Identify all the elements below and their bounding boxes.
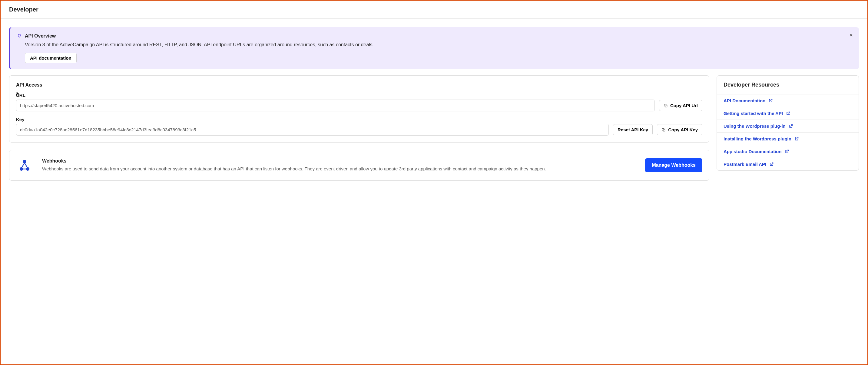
developer-resources-panel: Developer Resources API Documentation Ge… (717, 75, 859, 171)
api-url-input[interactable] (16, 100, 655, 111)
external-link-icon (769, 162, 774, 166)
manage-webhooks-button[interactable]: Manage Webhooks (645, 158, 702, 172)
resource-link-app-studio[interactable]: App studio Documentation (717, 145, 859, 158)
webhook-icon (16, 157, 33, 174)
api-documentation-button[interactable]: API documentation (25, 53, 76, 63)
resource-link-label: Installing the Wordpress plugin (723, 136, 792, 141)
api-access-panel: API Access URL Copy API Url (9, 75, 709, 142)
resource-link-postmark[interactable]: Postmark Email API (717, 158, 859, 170)
api-overview-callout: × API Overview Version 3 of the ActiveCa… (9, 27, 859, 69)
external-link-icon (768, 98, 773, 103)
lightbulb-icon (17, 34, 22, 38)
resource-link-label: API Documentation (723, 98, 765, 103)
callout-title: API Overview (25, 33, 56, 39)
url-label: URL (16, 93, 702, 98)
svg-point-6 (23, 160, 26, 163)
resource-link-label: App studio Documentation (723, 149, 782, 154)
callout-description: Version 3 of the ActiveCampaign API is s… (25, 41, 852, 48)
key-label: Key (16, 117, 702, 122)
copy-api-url-label: Copy API Url (670, 103, 698, 108)
copy-icon (663, 103, 668, 108)
page-title: Developer (9, 6, 859, 13)
external-link-icon (785, 149, 789, 154)
resource-link-getting-started[interactable]: Getting started with the API (717, 107, 859, 120)
resource-link-label: Using the Wordpress plug-in (723, 124, 786, 129)
copy-icon (661, 128, 666, 132)
reset-api-key-label: Reset API Key (618, 127, 648, 132)
page-header: Developer (1, 1, 867, 19)
close-callout-button[interactable]: × (849, 32, 853, 38)
webhooks-panel: Webhooks Webhooks are used to send data … (9, 150, 709, 181)
external-link-icon (789, 124, 793, 128)
developer-resources-title: Developer Resources (723, 82, 852, 88)
resource-link-wordpress-plugin-install[interactable]: Installing the Wordpress plugin (717, 133, 859, 145)
resource-link-label: Getting started with the API (723, 111, 783, 116)
api-key-input[interactable] (16, 124, 609, 136)
external-link-icon (786, 111, 790, 115)
resource-link-wordpress-plugin-using[interactable]: Using the Wordpress plug-in (717, 120, 859, 133)
api-access-title: API Access (16, 82, 702, 88)
copy-api-key-button[interactable]: Copy API Key (657, 124, 702, 135)
reset-api-key-button[interactable]: Reset API Key (613, 124, 653, 135)
webhooks-description: Webhooks are used to send data from your… (42, 166, 636, 172)
resource-link-label: Postmark Email API (723, 162, 766, 167)
external-link-icon (795, 136, 799, 141)
copy-api-url-button[interactable]: Copy API Url (659, 100, 702, 111)
webhooks-title: Webhooks (42, 158, 636, 164)
resource-link-api-documentation[interactable]: API Documentation (717, 94, 859, 107)
copy-api-key-label: Copy API Key (668, 127, 698, 132)
